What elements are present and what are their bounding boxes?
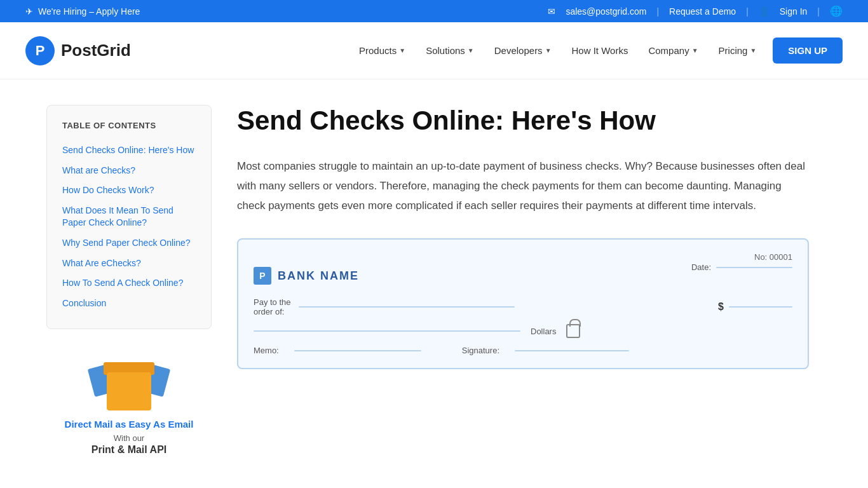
check-number: No: 00001 [254, 252, 792, 262]
top-bar: ✈ We're Hiring – Apply Here ✉ sales@post… [0, 0, 868, 22]
memo-line [294, 350, 421, 351]
plane-icon: ✈ [25, 6, 33, 17]
chevron-down-icon: ▼ [750, 47, 756, 54]
top-bar-right: ✉ sales@postgrid.com | Request a Demo | … [548, 5, 843, 17]
sidebar-promo: Direct Mail as Easy As Email With our Pr… [46, 347, 212, 456]
package-body [107, 372, 151, 410]
logo-letter: P [36, 43, 45, 59]
toc-link-2[interactable]: How Do Checks Work? [62, 180, 196, 201]
divider: | [656, 6, 659, 17]
date-line [716, 267, 792, 268]
nav-item-developers[interactable]: Developers ▼ [485, 40, 560, 61]
check-bank-row: P BANK NAME [254, 267, 359, 285]
memo-label: Memo: [254, 346, 279, 355]
divider3: | [817, 6, 820, 17]
toc-link-4[interactable]: Why Send Paper Check Online? [62, 233, 196, 254]
check-bottom-row: Memo: Signature: [254, 346, 792, 355]
check-preview: No: 00001 P BANK NAME Date: Pay to the o… [237, 238, 809, 369]
sign-in-link[interactable]: Sign In [780, 6, 808, 17]
signature-label: Signature: [462, 346, 499, 355]
payto-label: Pay to the order of: [254, 297, 291, 316]
hiring-text[interactable]: We're Hiring – Apply Here [38, 6, 140, 17]
article: Send Checks Online: Here's How Most comp… [237, 105, 809, 456]
email-link[interactable]: sales@postgrid.com [566, 6, 646, 17]
logo[interactable]: P PostGrid [25, 36, 131, 65]
toc-link-6[interactable]: How To Send A Check Online? [62, 273, 196, 294]
payto-line [299, 306, 515, 308]
toc-link-1[interactable]: What are Checks? [62, 161, 196, 181]
signup-button[interactable]: SIGN UP [773, 37, 843, 64]
toc-box: TABLE OF CONTENTS Send Checks Online: He… [46, 105, 212, 329]
promo-api: Print & Mail API [46, 444, 212, 456]
nav-item-how-it-works[interactable]: How It Works [563, 40, 637, 61]
chevron-down-icon: ▼ [692, 47, 698, 54]
lock-icon [566, 324, 580, 338]
main-nav: Products ▼ Solutions ▼ Developers ▼ How … [350, 37, 843, 64]
chevron-down-icon: ▼ [399, 47, 405, 54]
check-date-row: Date: [691, 262, 792, 272]
sidebar: TABLE OF CONTENTS Send Checks Online: He… [46, 105, 212, 456]
nav-item-pricing[interactable]: Pricing ▼ [710, 40, 766, 61]
logo-icon: P [25, 36, 55, 65]
sig-line [515, 350, 629, 351]
bank-name: BANK NAME [278, 269, 359, 283]
chevron-down-icon: ▼ [468, 47, 474, 54]
nav-item-products[interactable]: Products ▼ [350, 40, 414, 61]
mail-icon: ✉ [548, 6, 555, 17]
header: P PostGrid Products ▼ Solutions ▼ Develo… [0, 22, 868, 79]
promo-sub: With our [46, 433, 212, 443]
article-intro: Most companies struggle to maintain an u… [237, 157, 809, 215]
globe-icon[interactable]: 🌐 [830, 5, 843, 17]
promo-headline: Direct Mail as Easy As Email [46, 418, 212, 431]
hiring-banner[interactable]: ✈ We're Hiring – Apply Here [25, 6, 140, 17]
person-icon: 👤 [759, 6, 770, 17]
toc-link-7[interactable]: Conclusion [62, 294, 196, 314]
chevron-down-icon: ▼ [545, 47, 552, 54]
main-container: TABLE OF CONTENTS Send Checks Online: He… [21, 79, 847, 456]
amount-line [729, 306, 792, 308]
amount-box: $ [718, 301, 792, 313]
toc-link-3[interactable]: What Does It Mean To Send Paper Check On… [62, 201, 196, 233]
nav-item-solutions[interactable]: Solutions ▼ [417, 40, 483, 61]
toc-link-5[interactable]: What Are eChecks? [62, 254, 196, 274]
check-payto-row: Pay to the order of: $ [254, 297, 792, 316]
request-demo-link[interactable]: Request a Demo [669, 6, 736, 17]
bank-logo-icon: P [254, 267, 271, 285]
dollar-sign: $ [718, 301, 724, 313]
dollars-label: Dollars [531, 327, 556, 336]
package-icon [88, 347, 170, 410]
check-dollars-row: Dollars [254, 324, 792, 338]
article-title: Send Checks Online: Here's How [237, 105, 809, 137]
date-label: Date: [691, 262, 711, 272]
written-amount-line [254, 330, 520, 332]
toc-title: TABLE OF CONTENTS [62, 121, 196, 130]
logo-text: PostGrid [61, 41, 131, 60]
nav-item-company[interactable]: Company ▼ [639, 40, 707, 61]
toc-link-0[interactable]: Send Checks Online: Here's How [62, 140, 196, 161]
divider2: | [746, 6, 749, 17]
